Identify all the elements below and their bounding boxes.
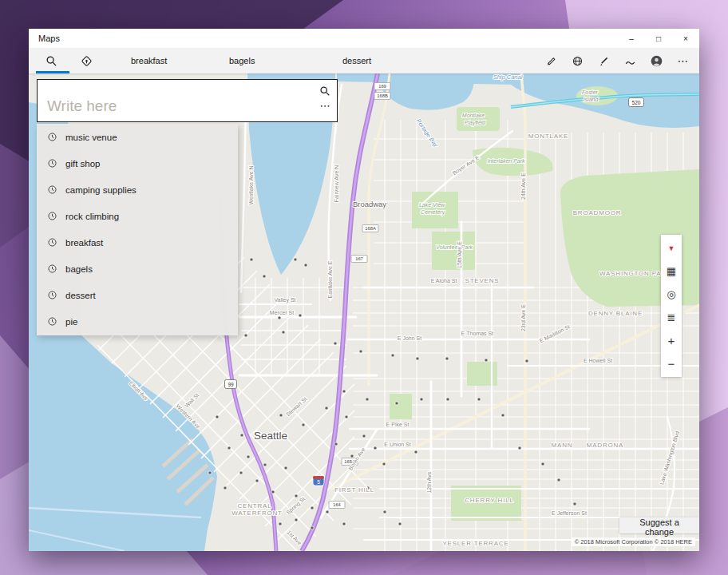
poi-dot[interactable]	[278, 316, 281, 319]
history-item-label: dessert	[65, 291, 96, 300]
search-more-icon[interactable]: ⋯	[320, 102, 330, 110]
poi-dot[interactable]	[247, 455, 250, 458]
poi-dot[interactable]	[334, 342, 337, 345]
poi-dot[interactable]	[271, 490, 275, 494]
maximize-button[interactable]: □	[645, 29, 672, 48]
search-input[interactable]	[38, 80, 313, 121]
search-submit-icon[interactable]	[319, 85, 330, 100]
poi-dot[interactable]	[366, 398, 369, 401]
history-item-label: bagels	[65, 264, 93, 274]
poi-dot[interactable]	[294, 258, 297, 261]
poi-dot[interactable]	[501, 414, 504, 417]
poi-dot[interactable]	[295, 518, 298, 521]
poi-dot[interactable]	[311, 526, 314, 529]
poi-dot[interactable]	[239, 471, 243, 474]
map-views-button[interactable]: ▦	[661, 260, 682, 283]
tab-bagels[interactable]: bagels	[228, 48, 341, 73]
poi-dot[interactable]	[216, 415, 219, 418]
poi-dot[interactable]	[304, 264, 307, 267]
poi-dot[interactable]	[345, 415, 348, 418]
poi-dot[interactable]	[374, 446, 377, 450]
poi-dot[interactable]	[299, 314, 302, 317]
history-item[interactable]: pie	[37, 308, 238, 335]
poi-dot[interactable]	[420, 398, 423, 401]
my-location-button[interactable]: ◎	[661, 283, 682, 306]
history-item[interactable]: bagels	[37, 256, 238, 282]
poi-dot[interactable]	[446, 398, 449, 401]
tab-dessert[interactable]: dessert	[341, 48, 445, 73]
poi-dot[interactable]	[250, 258, 253, 261]
poi-dot[interactable]	[224, 486, 227, 490]
pen-icon[interactable]	[591, 48, 617, 73]
poi-dot[interactable]	[416, 357, 419, 360]
history-item-label: rock climbing	[65, 212, 119, 221]
poi-dot[interactable]	[240, 434, 243, 437]
history-item[interactable]: breakfast	[37, 229, 238, 256]
directions-icon[interactable]	[72, 48, 101, 73]
location-pin-button[interactable]: ▼	[661, 236, 682, 260]
poi-dot[interactable]	[414, 450, 417, 454]
svg-text:169: 169	[378, 84, 386, 89]
poi-dot[interactable]	[334, 442, 338, 446]
history-item[interactable]: gift shop	[37, 150, 238, 176]
poi-dot[interactable]	[279, 522, 282, 525]
map-label: Fairview Ave N	[334, 165, 339, 203]
poi-dot[interactable]	[326, 510, 329, 514]
history-item[interactable]: camping supplies	[37, 176, 238, 203]
poi-dot[interactable]	[302, 423, 305, 426]
globe-icon[interactable]	[564, 48, 591, 73]
poi-dot[interactable]	[342, 390, 346, 393]
poi-dot[interactable]	[263, 463, 267, 466]
titlebar[interactable]: Maps – □ ×	[29, 29, 699, 48]
poi-dot[interactable]	[350, 454, 354, 458]
park-area	[390, 394, 412, 419]
poi-dot[interactable]	[362, 434, 366, 438]
poi-dot[interactable]	[255, 479, 259, 482]
poi-dot[interactable]	[295, 494, 298, 498]
poi-dot[interactable]	[208, 471, 212, 474]
poi-dot[interactable]	[477, 398, 481, 401]
more-options-button[interactable]: ⋯	[670, 48, 696, 73]
poi-dot[interactable]	[395, 402, 398, 405]
close-button[interactable]: ×	[672, 29, 699, 48]
poi-dot[interactable]	[525, 359, 528, 363]
poi-dot[interactable]	[284, 466, 287, 470]
ink-toolbar-icon[interactable]	[538, 48, 564, 73]
zoom-in-button[interactable]: +	[661, 329, 682, 352]
map-label: E Pike St	[386, 422, 410, 427]
map-controls: ▼▦◎≣+−	[661, 235, 682, 377]
history-item[interactable]: music venue	[37, 124, 238, 150]
avatar[interactable]	[643, 48, 670, 73]
poi-dot[interactable]	[541, 462, 544, 466]
poi-dot[interactable]	[263, 275, 266, 278]
svg-text:164: 164	[333, 502, 341, 507]
poi-dot[interactable]	[282, 331, 285, 334]
poi-dot[interactable]	[244, 334, 247, 337]
history-item[interactable]: dessert	[37, 282, 238, 308]
poi-dot[interactable]	[391, 354, 394, 357]
tilt-button[interactable]: ≣	[661, 306, 682, 329]
map-label: Mercer St	[270, 310, 294, 315]
poi-dot[interactable]	[279, 414, 283, 417]
poi-dot[interactable]	[311, 506, 314, 510]
zoom-out-button[interactable]: −	[661, 352, 682, 375]
poi-dot[interactable]	[557, 478, 560, 482]
suggest-change-button[interactable]: Suggest a change	[619, 518, 699, 533]
poi-dot[interactable]	[445, 357, 449, 360]
tab-breakfast[interactable]: breakfast	[129, 48, 228, 73]
poi-dot[interactable]	[398, 522, 402, 525]
scribble-icon[interactable]	[617, 48, 643, 73]
poi-dot[interactable]	[485, 359, 488, 362]
poi-dot[interactable]	[383, 510, 386, 514]
maps-window: Maps – □ × breakfast bagels dessert	[29, 29, 699, 551]
poi-dot[interactable]	[342, 522, 346, 525]
minimize-button[interactable]: –	[618, 29, 645, 48]
poi-dot[interactable]	[518, 446, 521, 450]
poi-dot[interactable]	[359, 350, 362, 353]
search-icon[interactable]	[37, 48, 65, 73]
poi-dot[interactable]	[228, 446, 231, 450]
poi-dot[interactable]	[573, 502, 576, 506]
history-item[interactable]: rock climbing	[37, 203, 238, 229]
poi-dot[interactable]	[382, 462, 386, 466]
poi-dot[interactable]	[325, 406, 328, 410]
